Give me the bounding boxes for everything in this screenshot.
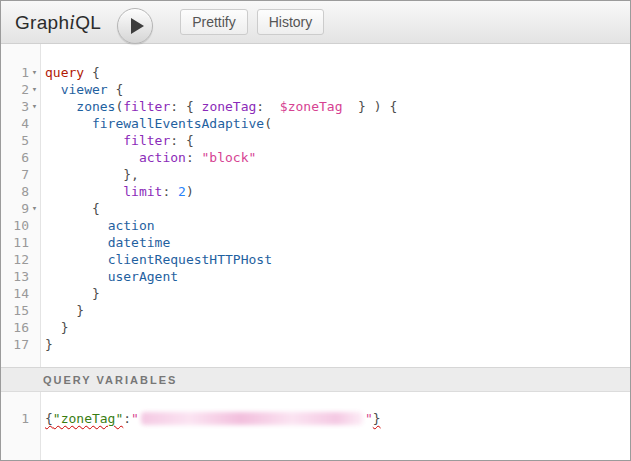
code-line-text: clientRequestHTTPHost: [40, 251, 272, 268]
variables-line-tokens: {"zoneTag":""}: [40, 410, 381, 427]
code-token: [45, 235, 108, 250]
code-line-text: {: [40, 200, 100, 217]
code-token: "block": [202, 150, 257, 165]
code-line: 17}: [1, 336, 630, 353]
history-button[interactable]: History: [257, 9, 325, 35]
gutter-cell: 1: [1, 410, 40, 427]
code-line: 14 }: [1, 285, 630, 302]
variables-title-bar[interactable]: QUERY VARIABLES: [1, 367, 630, 392]
code-token: viewer: [61, 82, 108, 97]
code-token: firewallEventsAdaptive: [92, 116, 264, 131]
gutter-cell: 16: [1, 319, 40, 336]
code-line-text: userAgent: [40, 268, 178, 285]
line-number: 9: [1, 200, 29, 217]
gutter-cell: 13: [1, 268, 40, 285]
toolbar: GraphiQL Prettify History: [1, 1, 630, 44]
fold-spacer: [29, 410, 40, 427]
fold-chevron-down-icon[interactable]: ▾: [29, 200, 40, 217]
graphiql-window: GraphiQL Prettify History 1▾query {2▾ vi…: [0, 0, 631, 461]
fold-spacer: [29, 319, 40, 336]
code-token: }: [45, 286, 100, 301]
variables-line: 1 {"zoneTag":""}: [1, 410, 630, 427]
gutter-cell: 15: [1, 302, 40, 319]
execute-button[interactable]: [117, 8, 153, 44]
code-line: 4 firewallEventsAdaptive(: [1, 115, 630, 132]
query-editor[interactable]: 1▾query {2▾ viewer {3▾ zones(filter: { z…: [1, 44, 630, 367]
query-editor-lines: 1▾query {2▾ viewer {3▾ zones(filter: { z…: [1, 64, 630, 353]
line-number: 1: [1, 64, 29, 81]
code-line-text: }: [40, 302, 84, 319]
gutter-cell: 14: [1, 285, 40, 302]
play-icon: [131, 18, 144, 34]
code-token: {: [45, 411, 53, 426]
code-line-text: }: [40, 336, 53, 353]
code-line-text: zones(filter: { zoneTag: $zoneTag } ) {: [40, 98, 397, 115]
code-token: clientRequestHTTPHost: [108, 252, 272, 267]
code-line: 13 userAgent: [1, 268, 630, 285]
code-token: } ) {: [342, 99, 397, 114]
code-token: [45, 252, 108, 267]
gutter-cell: 12: [1, 251, 40, 268]
line-number: 1: [1, 410, 29, 427]
fold-spacer: [29, 132, 40, 149]
graphiql-logo: GraphiQL: [15, 11, 101, 34]
line-number: 13: [1, 268, 29, 285]
code-token: }: [45, 337, 53, 352]
code-token: : {: [170, 99, 201, 114]
code-token: zones: [76, 99, 115, 114]
gutter-cell: 5: [1, 132, 40, 149]
code-token: action: [108, 218, 155, 233]
code-token: }: [373, 411, 381, 426]
code-token: filter: [123, 99, 170, 114]
code-line: 11 datetime: [1, 234, 630, 251]
fold-spacer: [29, 166, 40, 183]
fold-spacer: [29, 302, 40, 319]
code-line: 12 clientRequestHTTPHost: [1, 251, 630, 268]
code-line-text: firewallEventsAdaptive(: [40, 115, 272, 132]
line-number: 15: [1, 302, 29, 319]
code-line: 8 limit: 2): [1, 183, 630, 200]
fold-chevron-down-icon[interactable]: ▾: [29, 64, 40, 81]
code-token: "zoneTag": [53, 411, 123, 426]
code-line: 3▾ zones(filter: { zoneTag: $zoneTag } )…: [1, 98, 630, 115]
gutter-cell: 6: [1, 149, 40, 166]
prettify-button[interactable]: Prettify: [180, 9, 248, 35]
logo-text: Graph: [15, 12, 69, 33]
code-line: 10 action: [1, 217, 630, 234]
code-line-text: }: [40, 285, 100, 302]
fold-spacer: [29, 285, 40, 302]
code-line-text: action: [40, 217, 155, 234]
code-line-text: viewer {: [40, 81, 123, 98]
code-line-text: },: [40, 166, 139, 183]
code-line-text: limit: 2): [40, 183, 194, 200]
code-token: action: [139, 150, 186, 165]
code-token: datetime: [108, 235, 171, 250]
variables-editor[interactable]: 1 {"zoneTag":""}: [1, 392, 630, 460]
fold-chevron-down-icon[interactable]: ▾: [29, 98, 40, 115]
line-number: 12: [1, 251, 29, 268]
line-number: 17: [1, 336, 29, 353]
gutter-cell: 10: [1, 217, 40, 234]
code-token: ): [186, 184, 194, 199]
line-number: 2: [1, 81, 29, 98]
gutter-cell: 3▾: [1, 98, 40, 115]
code-token: ": [365, 411, 373, 426]
line-number: 14: [1, 285, 29, 302]
gutter-cell: 9▾: [1, 200, 40, 217]
fold-chevron-down-icon[interactable]: ▾: [29, 81, 40, 98]
code-token: limit: [123, 184, 162, 199]
code-token: :: [162, 184, 178, 199]
code-token: ": [131, 411, 139, 426]
line-number: 3: [1, 98, 29, 115]
code-token: $zoneTag: [280, 99, 343, 114]
logo-text: QL: [75, 12, 101, 33]
line-number: 4: [1, 115, 29, 132]
code-line-text: action: "block": [40, 149, 256, 166]
fold-spacer: [29, 234, 40, 251]
code-line: 7 },: [1, 166, 630, 183]
fold-spacer: [29, 115, 40, 132]
code-token: 2: [178, 184, 186, 199]
code-line: 2▾ viewer {: [1, 81, 630, 98]
code-line: 9▾ {: [1, 200, 630, 217]
code-token: query: [45, 65, 84, 80]
